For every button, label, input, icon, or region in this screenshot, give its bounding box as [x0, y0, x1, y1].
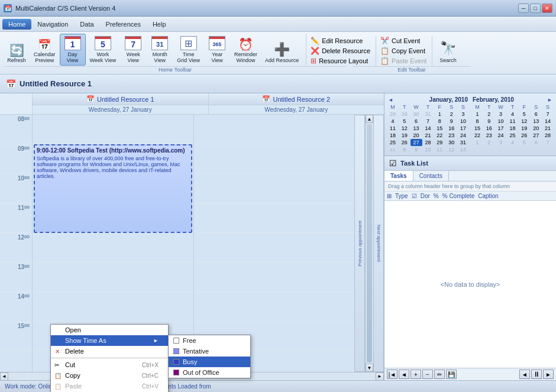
month-view-button[interactable]: 31 MonthView	[147, 34, 173, 66]
menu-navigation[interactable]: Navigation	[31, 19, 74, 30]
jan-day-30[interactable]: 30	[445, 139, 457, 146]
edit-resource-button[interactable]: ✏️ Edit Resource	[309, 36, 372, 46]
jan-day-28[interactable]: 28	[422, 139, 434, 146]
feb-day-1[interactable]: 1	[471, 111, 483, 118]
jan-day-11-next[interactable]: 11	[434, 146, 445, 153]
jan-day-25[interactable]: 25	[387, 139, 399, 146]
submenu-busy[interactable]: Busy	[169, 357, 250, 367]
paste-event-button[interactable]: 📋 Paste Event	[379, 56, 428, 66]
jan-day-24[interactable]: 24	[457, 132, 469, 139]
scroll-down-button[interactable]: ▼	[366, 364, 373, 372]
feb-day-14[interactable]: 14	[542, 118, 554, 125]
ctx-open[interactable]: Open	[51, 325, 168, 335]
cut-event-button[interactable]: ✂️ Cut Event	[379, 36, 428, 46]
jan-day-13[interactable]: 13	[410, 125, 422, 132]
jan-day-4[interactable]: 4	[387, 118, 399, 125]
jan-day-13-next[interactable]: 13	[457, 146, 469, 153]
work-week-view-button[interactable]: 5 WorkWeek View	[86, 34, 120, 66]
jan-day-5[interactable]: 5	[399, 118, 410, 125]
jan-day-30-prev[interactable]: 30	[410, 111, 422, 118]
jan-day-1[interactable]: 1	[434, 111, 445, 118]
feb-day-20[interactable]: 20	[530, 125, 542, 132]
feb-day-16[interactable]: 16	[483, 125, 495, 132]
resource-layout-button[interactable]: ⊞ Resource Layout	[309, 56, 372, 66]
scroll-thumb[interactable]	[367, 124, 372, 362]
feb-day-21[interactable]: 21	[542, 125, 554, 132]
jan-day-2[interactable]: 2	[445, 111, 457, 118]
feb-day-10[interactable]: 10	[495, 118, 507, 125]
jan-day-18[interactable]: 18	[387, 132, 399, 139]
feb-day-7-next[interactable]: 7	[542, 139, 554, 146]
vertical-scrollbar[interactable]: ▲ ▼	[365, 115, 373, 372]
feb-day-24[interactable]: 24	[495, 132, 507, 139]
ctx-cut[interactable]: ✂ Cut Ctrl+X	[51, 359, 168, 370]
jan-day-21[interactable]: 21	[422, 132, 434, 139]
tasks-tab[interactable]: Tasks	[384, 171, 413, 181]
feb-day-15[interactable]: 15	[471, 125, 483, 132]
jan-day-7[interactable]: 7	[422, 118, 434, 125]
jan-day-26[interactable]: 26	[399, 139, 410, 146]
prev-month-button[interactable]: ◄	[388, 97, 393, 103]
resource-2-body[interactable]	[194, 115, 355, 372]
jan-day-10[interactable]: 10	[457, 118, 469, 125]
search-button[interactable]: 🔭 Search	[435, 38, 461, 66]
jan-day-8[interactable]: 8	[434, 118, 445, 125]
jan-day-27-today[interactable]: 27	[410, 139, 422, 146]
feb-day-12[interactable]: 12	[518, 118, 530, 125]
copy-event-button[interactable]: 📋 Copy Event	[379, 46, 428, 56]
jan-day-31[interactable]: 31	[457, 139, 469, 146]
year-view-button[interactable]: 365 YearView	[204, 34, 230, 66]
feb-day-4-next[interactable]: 4	[507, 139, 519, 146]
time-grid-view-button[interactable]: ⊞ TimeGrid View	[173, 34, 203, 66]
calendar-preview-button[interactable]: 📅 CalendarPreview	[30, 37, 59, 66]
ctx-delete[interactable]: ✕ Delete	[51, 346, 168, 357]
task-scroll-right[interactable]: ►	[543, 370, 554, 379]
day-view-button[interactable]: 1 DayView	[60, 34, 86, 66]
menu-help[interactable]: Help	[147, 19, 172, 30]
task-scroll-left[interactable]: ◄	[519, 370, 530, 379]
next-appointment-button[interactable]: Next appointment	[373, 115, 384, 372]
feb-day-6-next[interactable]: 6	[530, 139, 542, 146]
feb-day-7[interactable]: 7	[542, 111, 554, 118]
jan-day-28-prev[interactable]: 28	[387, 111, 399, 118]
jan-day-23[interactable]: 23	[445, 132, 457, 139]
feb-day-1-next[interactable]: 1	[471, 139, 483, 146]
feb-day-11[interactable]: 11	[507, 118, 519, 125]
menu-preferences[interactable]: Preferences	[100, 19, 147, 30]
feb-day-26[interactable]: 26	[518, 132, 530, 139]
jan-day-17[interactable]: 17	[457, 125, 469, 132]
jan-day-10-next[interactable]: 10	[422, 146, 434, 153]
jan-day-22[interactable]: 22	[434, 132, 445, 139]
feb-day-4[interactable]: 4	[507, 111, 519, 118]
refresh-button[interactable]: 🔄 Refresh	[4, 42, 30, 66]
week-view-button[interactable]: 7 WeekView	[120, 34, 146, 66]
task-first-button[interactable]: |◄	[387, 370, 397, 379]
feb-day-25[interactable]: 25	[507, 132, 519, 139]
feb-day-18[interactable]: 18	[507, 125, 519, 132]
scroll-right-button[interactable]: ►	[376, 372, 384, 381]
jan-day-29[interactable]: 29	[434, 139, 445, 146]
feb-day-9[interactable]: 9	[483, 118, 495, 125]
feb-day-5[interactable]: 5	[518, 111, 530, 118]
ctx-copy[interactable]: 📋 Copy Ctrl+C	[51, 370, 168, 381]
feb-day-8[interactable]: 8	[471, 118, 483, 125]
jan-day-31-prev[interactable]: 31	[422, 111, 434, 118]
jan-day-19[interactable]: 19	[399, 132, 410, 139]
feb-day-13[interactable]: 13	[530, 118, 542, 125]
jan-day-9[interactable]: 9	[445, 118, 457, 125]
jan-day-11[interactable]: 11	[387, 125, 399, 132]
feb-day-6[interactable]: 6	[530, 111, 542, 118]
jan-day-12-next[interactable]: 12	[445, 146, 457, 153]
task-save-button[interactable]: 💾	[446, 370, 457, 379]
scroll-left-button[interactable]: ◄	[0, 372, 8, 381]
feb-day-19[interactable]: 19	[518, 125, 530, 132]
feb-day-3-next[interactable]: 3	[495, 139, 507, 146]
menu-data[interactable]: Data	[74, 19, 99, 30]
jan-day-29-prev[interactable]: 29	[399, 111, 410, 118]
feb-day-2[interactable]: 2	[483, 111, 495, 118]
feb-day-3[interactable]: 3	[495, 111, 507, 118]
prev-appointment-button[interactable]: Previous appointment	[354, 115, 365, 372]
maximize-button[interactable]: □	[530, 4, 541, 13]
submenu-out-of-office[interactable]: Out of Office	[169, 367, 250, 378]
jan-day-6[interactable]: 6	[410, 118, 422, 125]
